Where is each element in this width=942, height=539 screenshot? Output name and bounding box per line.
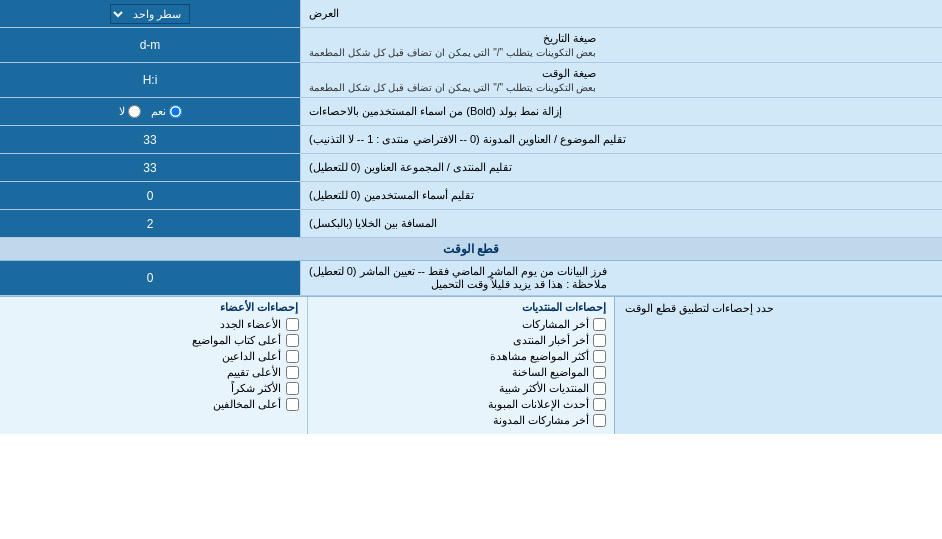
bold-radio-group: نعم لا — [119, 105, 182, 118]
cutoff-input-wrapper — [0, 261, 300, 295]
forum-stats-header: إحصاءات المنتديات — [316, 301, 607, 314]
forum-stat-2: أخر أخبار المنتدى — [316, 334, 607, 347]
forum-stat-3-checkbox[interactable] — [593, 350, 606, 363]
member-stat-1-checkbox[interactable] — [286, 318, 299, 331]
bold-label: إزالة نمط بولد (Bold) من اسماء المستخدمي… — [300, 98, 942, 125]
member-stats-col: إحصاءات الأعضاء الأعضاء الجدد أعلى كتاب … — [0, 297, 307, 434]
time-format-input[interactable] — [6, 73, 294, 87]
member-stat-2: أعلى كتاب المواضيع — [8, 334, 299, 347]
member-stat-6: أعلى المخالفين — [8, 398, 299, 411]
display-label: العرض — [300, 0, 942, 27]
forum-stat-6: أحدث الإعلانات المبوبة — [316, 398, 607, 411]
forum-stat-5: المنتديات الأكثر شبية — [316, 382, 607, 395]
spacing-row: المسافة بين الخلايا (بالبكسل) — [0, 210, 942, 238]
display-select[interactable]: سطر واحدسطرانثلاثة أسطر — [110, 4, 190, 24]
bold-yes-label[interactable]: نعم — [151, 105, 182, 118]
usernames-row: تقليم أسماء المستخدمين (0 للتعطيل) — [0, 182, 942, 210]
forum-stat-1: أخر المشاركات — [316, 318, 607, 331]
forum-titles-input-wrapper — [0, 154, 300, 181]
member-stats-header: إحصاءات الأعضاء — [8, 301, 299, 314]
forum-titles-row: تقليم المنتدى / المجموعة العناوين (0 للت… — [0, 154, 942, 182]
bold-row: إزالة نمط بولد (Bold) من اسماء المستخدمي… — [0, 98, 942, 126]
forum-stat-2-checkbox[interactable] — [593, 334, 606, 347]
usernames-label: تقليم أسماء المستخدمين (0 للتعطيل) — [300, 182, 942, 209]
stats-section: حدد إحصاءات لتطبيق قطع الوقت إحصاءات الم… — [0, 296, 942, 434]
member-stat-5: الأكثر شكراً — [8, 382, 299, 395]
usernames-input-wrapper — [0, 182, 300, 209]
date-format-label: صيغة التاريخ بعض التكوينات يتطلب "/" الت… — [300, 28, 942, 62]
member-stat-3-checkbox[interactable] — [286, 350, 299, 363]
bold-no-radio[interactable] — [128, 105, 141, 118]
date-format-input-wrapper — [0, 28, 300, 62]
forum-titles-label: تقليم المنتدى / المجموعة العناوين (0 للت… — [300, 154, 942, 181]
time-format-input-wrapper — [0, 63, 300, 97]
cutoff-header: قطع الوقت — [0, 238, 942, 261]
cutoff-label: فرز البيانات من يوم الماشر الماضي فقط --… — [300, 261, 942, 295]
forum-stat-3: أكثر المواضيع مشاهدة — [316, 350, 607, 363]
main-container: العرض سطر واحدسطرانثلاثة أسطر صيغة التار… — [0, 0, 942, 434]
time-format-row: صيغة الوقت بعض التكوينات يتطلب "/" التي … — [0, 63, 942, 98]
topic-titles-input-wrapper — [0, 126, 300, 153]
topic-titles-input[interactable] — [6, 133, 294, 147]
member-stat-2-checkbox[interactable] — [286, 334, 299, 347]
member-stat-6-checkbox[interactable] — [286, 398, 299, 411]
forum-titles-input[interactable] — [6, 161, 294, 175]
bold-no-label[interactable]: لا — [119, 105, 141, 118]
spacing-label: المسافة بين الخلايا (بالبكسل) — [300, 210, 942, 237]
spacing-input-wrapper — [0, 210, 300, 237]
member-stat-1: الأعضاء الجدد — [8, 318, 299, 331]
member-stat-5-checkbox[interactable] — [286, 382, 299, 395]
member-stat-3: أعلى الداعين — [8, 350, 299, 363]
member-stat-4-checkbox[interactable] — [286, 366, 299, 379]
display-row: العرض سطر واحدسطرانثلاثة أسطر — [0, 0, 942, 28]
cutoff-input[interactable] — [6, 271, 294, 285]
bold-yes-radio[interactable] — [169, 105, 182, 118]
display-select-wrapper: سطر واحدسطرانثلاثة أسطر — [0, 0, 300, 27]
time-format-label: صيغة الوقت بعض التكوينات يتطلب "/" التي … — [300, 63, 942, 97]
forum-stat-7-checkbox[interactable] — [593, 414, 606, 427]
bold-radio-wrapper: نعم لا — [0, 98, 300, 125]
topic-titles-label: تقليم الموضوع / العناوين المدونة (0 -- ا… — [300, 126, 942, 153]
forum-stat-5-checkbox[interactable] — [593, 382, 606, 395]
forum-stats-col: إحصاءات المنتديات أخر المشاركات أخر أخبا… — [307, 297, 615, 434]
forum-stat-6-checkbox[interactable] — [593, 398, 606, 411]
cutoff-row: فرز البيانات من يوم الماشر الماضي فقط --… — [0, 261, 942, 296]
checkbox-columns: إحصاءات المنتديات أخر المشاركات أخر أخبا… — [0, 297, 614, 434]
forum-stat-7: أخر مشاركات المدونة — [316, 414, 607, 427]
date-format-input[interactable] — [6, 38, 294, 52]
forum-stat-4-checkbox[interactable] — [593, 366, 606, 379]
member-stat-4: الأعلى تقييم — [8, 366, 299, 379]
usernames-input[interactable] — [6, 189, 294, 203]
spacing-input[interactable] — [6, 217, 294, 231]
topic-titles-row: تقليم الموضوع / العناوين المدونة (0 -- ا… — [0, 126, 942, 154]
forum-stat-1-checkbox[interactable] — [593, 318, 606, 331]
date-format-row: صيغة التاريخ بعض التكوينات يتطلب "/" الت… — [0, 28, 942, 63]
forum-stat-4: المواضيع الساخنة — [316, 366, 607, 379]
stats-section-label: حدد إحصاءات لتطبيق قطع الوقت — [614, 297, 942, 434]
